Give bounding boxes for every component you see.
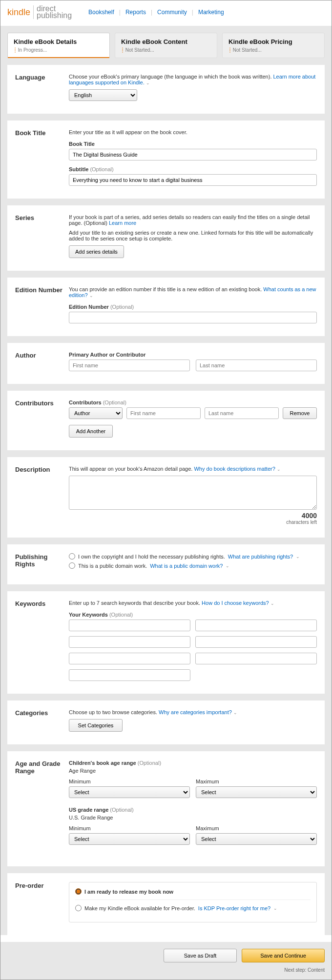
nav-community[interactable]: Community [157,9,187,16]
keyword-input-5[interactable] [69,653,190,664]
nav-separator: | [119,9,121,16]
char-count: 4000 [69,512,317,520]
helper-text: Choose up to two browse categories. Why … [69,709,317,715]
language-select[interactable]: English [69,89,137,101]
section-age-grade: Age and Grade Range Children's book age … [7,751,325,866]
section-description: Description This will appear on your boo… [7,457,325,538]
chevron-down-icon: ⌄ [226,563,229,568]
radio-input[interactable] [75,905,82,911]
radio-input[interactable] [75,888,82,895]
next-step-label: Next step: Content [7,967,325,973]
section-label: Language [15,74,69,101]
helper-text: If your book is part of a series, add se… [69,214,317,226]
section-preorder: Pre-order I am ready to release my book … [7,873,325,935]
nav-bookshelf[interactable]: Bookshelf [88,9,114,16]
char-count-label: characters left [69,520,317,525]
grade-max-select[interactable]: Select [196,833,317,845]
field-label: US grade range (Optional) [69,807,317,813]
keyword-input-4[interactable] [195,636,317,648]
edition-number-input[interactable] [69,312,317,323]
field-label: Edition Number (Optional) [69,304,317,310]
add-series-button[interactable]: Add series details [69,245,124,258]
rights-public-domain-radio[interactable]: This is a public domain work. What is a … [69,562,317,569]
section-language: Language Choose your eBook's primary lan… [7,65,325,114]
contributor-last-name-input[interactable] [205,407,279,419]
series-learn-more-link[interactable]: Learn more [109,220,136,226]
save-draft-button[interactable]: Save as Draft [164,949,237,962]
helper-text: You can provide an edition number if thi… [69,286,317,298]
max-label: Maximum [196,779,317,784]
description-textarea[interactable] [69,476,317,510]
field-label: Children's book age range (Optional) [69,760,317,766]
chevron-down-icon: ⌄ [273,906,277,911]
helper-text: This will appear on your book's Amazon d… [69,466,317,472]
description-help-link[interactable]: Why do book descriptions matter? [194,466,275,472]
contributor-first-name-input[interactable] [126,407,201,419]
age-max-select[interactable]: Select [196,786,317,798]
nav-separator: | [192,9,193,16]
grade-min-select[interactable]: Select [69,833,190,845]
radio-input[interactable] [69,562,75,569]
preorder-help-link[interactable]: Is KDP Pre-order right for me? [198,905,270,911]
chevron-down-icon: ⌄ [296,554,300,559]
categories-help-link[interactable]: Why are categories important? [159,709,232,715]
field-label: Book Title [69,141,317,147]
chevron-down-icon: ⌄ [89,293,93,298]
step-pricing[interactable]: Kindle eBook Pricing Not Started... [222,33,325,58]
step-details[interactable]: Kindle eBook Details In Progress... [7,33,110,58]
logo-direct-publishing: directpublishing [37,5,72,19]
min-label: Minimum [69,825,190,831]
section-categories: Categories Choose up to two browse categ… [7,700,325,744]
section-book-title: Book Title Enter your title as it will a… [7,120,325,199]
step-status: Not Started... [121,47,211,53]
max-label: Maximum [196,825,317,831]
rights-own-radio[interactable]: I own the copyright and I hold the neces… [69,553,317,560]
section-author: Author Primary Author or Contributor [7,343,325,384]
helper-text: Choose your eBook's primary language (th… [69,74,317,85]
section-label: Keywords [15,600,69,681]
step-title: Kindle eBook Details [14,38,104,45]
section-label: Edition Number [15,286,69,323]
min-label: Minimum [69,779,190,784]
sub-label: U.S. Grade Range [69,815,317,820]
helper-text: Add your title to an existing series or … [69,230,317,241]
nav-marketing[interactable]: Marketing [198,9,224,16]
section-label: Categories [15,709,69,732]
radio-input[interactable] [69,553,75,560]
section-keywords: Keywords Enter up to 7 search keywords t… [7,591,325,694]
logo[interactable]: kindle directpublishing [7,5,72,19]
add-contributor-button[interactable]: Add Another [69,425,113,438]
public-domain-help-link[interactable]: What is a public domain work? [150,563,223,569]
author-first-name-input[interactable] [69,360,190,371]
age-min-select[interactable]: Select [69,786,190,798]
section-label: Author [15,352,69,371]
keyword-input-1[interactable] [69,620,190,631]
main-nav: Bookshelf | Reports | Community | Market… [88,9,224,16]
section-label: Series [15,214,69,258]
subtitle-input[interactable] [69,174,317,186]
book-title-input[interactable] [69,149,317,160]
step-content[interactable]: Kindle eBook Content Not Started... [115,33,217,58]
keyword-input-2[interactable] [195,620,317,631]
keyword-input-7[interactable] [69,669,190,681]
section-label: Age and Grade Range [15,760,69,854]
section-label: Publishing Rights [15,553,69,572]
author-last-name-input[interactable] [196,360,317,371]
section-contributors: Contributors Contributors (Optional) Aut… [7,391,325,450]
set-categories-button[interactable]: Set Categories [69,719,123,732]
nav-reports[interactable]: Reports [125,9,146,16]
field-label: Subtitle (Optional) [69,166,317,172]
field-label: Primary Author or Contributor [69,352,317,358]
publishing-rights-help-link[interactable]: What are publishing rights? [228,554,293,560]
chevron-down-icon: ⌄ [146,80,150,85]
release-now-radio[interactable]: I am ready to release my book now [75,888,311,895]
save-continue-button[interactable]: Save and Continue [242,949,325,962]
keywords-help-link[interactable]: How do I choose keywords? [202,600,269,606]
logo-separator [33,5,34,19]
contributor-role-select[interactable]: Author [69,407,123,419]
keyword-input-3[interactable] [69,636,190,648]
chevron-down-icon: ⌄ [233,710,237,715]
keyword-input-6[interactable] [195,653,317,664]
remove-contributor-button[interactable]: Remove [283,407,317,419]
preorder-radio[interactable]: Make my Kindle eBook available for Pre-o… [75,905,311,911]
